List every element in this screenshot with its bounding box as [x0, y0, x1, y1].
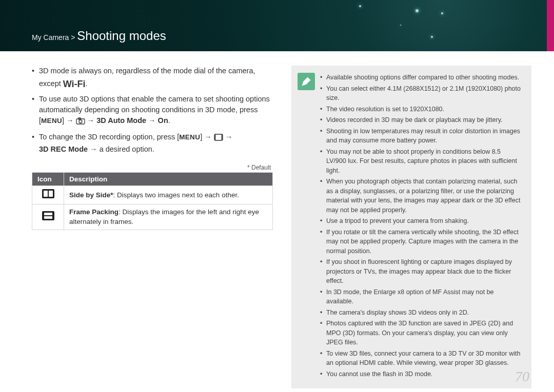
- arrow-text: →: [223, 133, 233, 141]
- note-item: Photos captured with the 3D function are…: [320, 319, 522, 347]
- note-item: When you photograph objects that contain…: [320, 177, 522, 215]
- arrow-text: ] →: [200, 133, 214, 141]
- default-note: * Default: [32, 164, 273, 171]
- note-item: You cannot use the flash in 3D mode.: [320, 369, 522, 379]
- svg-point-8: [214, 138, 215, 139]
- note-item: Shooting in low temperatures may result …: [320, 127, 522, 146]
- text: To change the 3D recording option, press…: [39, 133, 179, 141]
- table-row: Frame Packing: Displays the images for t…: [32, 204, 273, 230]
- list-item: To use auto 3D options that enable the c…: [32, 94, 273, 128]
- th-description: Description: [64, 173, 273, 186]
- svg-point-11: [222, 137, 222, 137]
- text: .: [86, 79, 88, 88]
- text: .: [168, 116, 170, 125]
- page-title: Shooting modes: [77, 29, 166, 43]
- svg-point-6: [214, 135, 215, 136]
- note-item: The camera's display shows 3D videos onl…: [320, 308, 522, 318]
- th-icon: Icon: [32, 173, 64, 186]
- menu-button-label: MENU: [179, 133, 200, 141]
- menu-button-label: MENU: [41, 117, 62, 125]
- note-box: Available shooting options differ compar…: [291, 66, 531, 388]
- svg-point-13: [222, 140, 222, 140]
- table-row: Side by Side*: Displays two images next …: [32, 186, 273, 204]
- left-column: 3D mode is always on, regardless of the …: [32, 66, 273, 388]
- side-by-side-icon: [42, 189, 54, 198]
- note-item: To view 3D files, connect your camera to…: [320, 349, 522, 368]
- note-item: You can select either 4.1M (2688X1512) o…: [320, 84, 522, 103]
- breadcrumb-prefix: My Camera >: [32, 33, 77, 42]
- frame-packing-icon: [42, 211, 54, 220]
- note-item: You may not be able to shoot properly in…: [320, 147, 522, 176]
- bold-path: 3D REC Mode: [39, 145, 88, 153]
- decorative-sparkles: [339, 0, 492, 51]
- page-number: 70: [515, 368, 529, 385]
- bold-path: 3D Auto Mode → On: [96, 116, 168, 125]
- note-item: If you shoot in fluorescent lighting or …: [320, 257, 522, 286]
- breadcrumb: My Camera > Shooting modes: [32, 29, 166, 43]
- icon-description-table: Icon Description Side by Side*: Displays…: [32, 172, 273, 230]
- note-item: If you rotate or tilt the camera vertica…: [320, 228, 522, 256]
- svg-point-12: [222, 138, 222, 139]
- svg-point-9: [214, 140, 215, 140]
- svg-point-1: [79, 120, 82, 123]
- note-item: The video resolution is set to 1920X1080…: [320, 105, 522, 114]
- filmstrip-icon: [214, 133, 223, 144]
- svg-point-10: [222, 135, 222, 136]
- camera-icon: [76, 117, 85, 128]
- note-item: Available shooting options differ compar…: [320, 73, 522, 82]
- arrow-text: ] →: [62, 116, 76, 125]
- svg-point-7: [214, 137, 215, 137]
- accent-bar: [547, 0, 554, 51]
- content-area: 3D mode is always on, regardless of the …: [0, 51, 554, 388]
- list-item: 3D mode is always on, regardless of the …: [32, 66, 273, 90]
- row-desc: : Displays two images next to each other…: [113, 191, 239, 199]
- right-column: Available shooting options differ compar…: [291, 66, 531, 388]
- note-item: Use a tripod to prevent your camera from…: [320, 216, 522, 226]
- row-term: Side by Side*: [69, 191, 113, 199]
- note-list: Available shooting options differ compar…: [320, 73, 522, 379]
- text: → a desired option.: [88, 145, 154, 153]
- note-item: In 3D mode, the Enlarge x8 option of MF …: [320, 287, 522, 306]
- list-item: To change the 3D recording option, press…: [32, 132, 273, 155]
- arrow-text: →: [85, 116, 97, 125]
- wifi-icon: Wi-Fi: [63, 77, 86, 91]
- header-band: My Camera > Shooting modes: [0, 0, 554, 51]
- note-pen-icon: [298, 73, 315, 90]
- note-item: Videos recorded in 3D may be dark or pla…: [320, 115, 522, 125]
- instruction-list: 3D mode is always on, regardless of the …: [32, 66, 273, 155]
- row-term: Frame Packing: [69, 208, 118, 216]
